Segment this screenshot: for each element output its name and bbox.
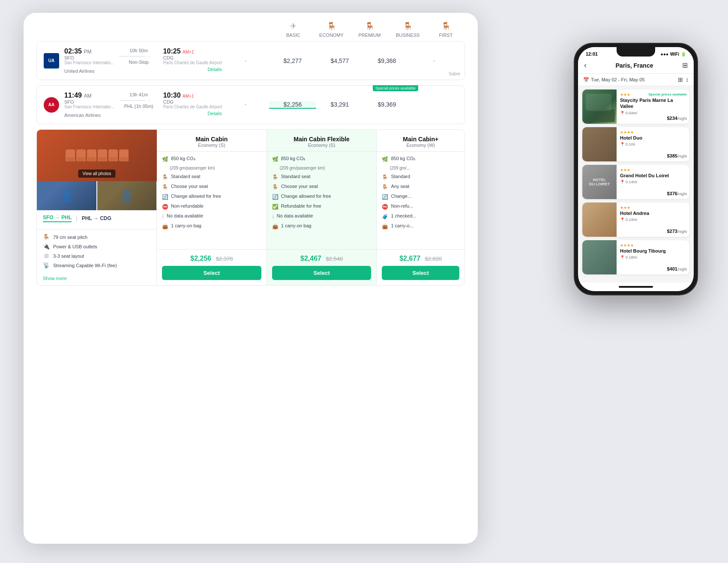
american-logo: AA [44, 97, 59, 113]
hotel-dist: 📍0.04mi [620, 111, 686, 115]
photo-sub: 👤 👤 [37, 181, 156, 210]
details-link-american[interactable]: Details [207, 111, 222, 118]
col-first: 🪑 FIRST [427, 21, 465, 38]
cabin-footer-flexible: $2,467 $2,540 Select [267, 249, 377, 285]
sort-icon[interactable]: ↕ [686, 76, 689, 83]
hotel-price: $376/night [667, 191, 687, 196]
photo-sub-2: 👤 [97, 181, 157, 210]
status-icons: ●●● WiFi 🔋 [661, 52, 686, 57]
detail-panel: View all photos 👤 👤 SFO → PHL | [36, 129, 465, 286]
price-cells-american: - $2,256 $3,291 $9,369 [222, 101, 458, 109]
list-item[interactable]: ★★★★ Hotel Bourg Tibourg 📍0.18mi $401/ni… [582, 240, 689, 274]
list-item[interactable]: ★★★★ Hotel Duo 📍0.1mi $385/night [582, 127, 689, 161]
hotel-info: ★★★ Special prices available Staycity Pa… [617, 89, 689, 124]
hotel-price: $385/night [667, 153, 687, 158]
hotel-stars: ★★★★ [620, 130, 686, 134]
hotel-name: Staycity Paris Marne La Vallee [620, 97, 686, 110]
calendar-icon: 📅 [583, 77, 589, 83]
list-item[interactable]: HOTELDU LOIRET ★★★ Grand Hotel Du Loiret… [582, 165, 689, 199]
hotel-thumb: HOTELDU LOIRET [582, 165, 617, 199]
home-bar [578, 283, 694, 291]
hotel-thumb [582, 240, 617, 274]
special-prices-badge: Special prices available [373, 85, 418, 91]
hotel-thumb [582, 203, 617, 237]
hotel-info: ★★★ Grand Hotel Du Loiret 📍0.14mi $376/n… [617, 165, 689, 199]
filter-bar: 📅 Tue, May 02 - Fri, May 05 ⊞ ↕ [578, 74, 694, 86]
flight-row-united: UA 02:35 PM SFO San Francisco Internatio… [36, 41, 465, 80]
details-link-united[interactable]: Details [207, 67, 222, 74]
select-flexible-btn[interactable]: Select [272, 266, 371, 280]
hotel-list: ★★★ Special prices available Staycity Pa… [578, 86, 694, 283]
cabin-options: Main Cabin Economy (S) 🌿850 kg CO₂ (209 … [157, 130, 464, 285]
cabin-features-main: 🌿850 kg CO₂ (209 gm/passenger km) 🪑Stand… [157, 152, 267, 249]
column-headers: ✈ BASIC 🪑 ECONOMY 🪑 PREMIUM 🪑 BUSINESS 🪑… [274, 21, 465, 38]
hotel-name: Hotel Bourg Tibourg [620, 248, 686, 254]
hotel-dist: 📍0.14mi [620, 180, 686, 184]
special-price-badge: Special prices available [648, 92, 687, 96]
map-icon[interactable]: ⊞ [682, 61, 688, 69]
hotel-stars: ★★★★ [620, 243, 686, 247]
hotel-info: ★★★★ Hotel Duo 📍0.1mi $385/night [617, 127, 689, 161]
hotel-thumb [582, 89, 617, 124]
phone-screen: 12:01 ●●● WiFi 🔋 ‹ Paris, France ⊞ 📅 Tue… [578, 47, 694, 291]
status-time: 12:01 [586, 51, 598, 57]
cabin-col-flexible: Main Cabin Flexible Economy (S) 🌿850 kg … [267, 130, 377, 285]
amenity-seat-layout: ⊞ 3-3 seat layout [43, 253, 150, 259]
select-main-cabin-btn[interactable]: Select [162, 266, 261, 280]
sabre-badge: Sabre [449, 71, 460, 76]
hotel-price: $273/night [667, 229, 687, 234]
cabin-footer-plus: $2,677 $2,820 Select [377, 249, 464, 285]
list-item[interactable]: ★★★ Special prices available Staycity Pa… [582, 89, 689, 124]
phone: 12:01 ●●● WiFi 🔋 ‹ Paris, France ⊞ 📅 Tue… [574, 43, 698, 295]
cabin-footer-main: $2,256 $2,378 Select [157, 249, 267, 285]
route-segment-2[interactable]: PHL → CDG [82, 215, 111, 221]
show-more-link[interactable]: Show more [37, 276, 156, 285]
amenity-list: 🪑 79 cm seat pitch 🔌 Power & USB outlets… [37, 229, 156, 276]
back-button[interactable]: ‹ [584, 61, 587, 70]
hotel-info: ★★★ Hotel Andrea 📍0.14mi $273/night [617, 203, 689, 237]
cabin-features-flexible: 🌿850 kg CO₂ (209 gm/passenger km) 🪑Stand… [267, 152, 377, 249]
cabin-features-plus: 🌿850 kg CO₂ (209 gm/... 🪑Standard 🪑Any s… [377, 152, 464, 249]
amenity-power: 🔌 Power & USB outlets [43, 243, 150, 250]
united-logo: UA [44, 53, 59, 69]
phone-notch [617, 47, 655, 57]
hotel-name: Hotel Duo [620, 135, 686, 141]
cabin-header-main: Main Cabin Economy (S) [157, 130, 267, 152]
hotel-thumb [582, 127, 617, 161]
photo-main: View all photos [37, 130, 157, 181]
cabin-header-flexible: Main Cabin Flexible Economy (S) [267, 130, 377, 152]
list-item[interactable]: ★★★ Hotel Andrea 📍0.14mi $273/night [582, 203, 689, 237]
col-economy: 🪑 ECONOMY [312, 21, 351, 38]
hotel-name: Hotel Andrea [620, 210, 686, 216]
filter-icons: ⊞ ↕ [678, 76, 689, 83]
route-segment-1[interactable]: SFO → PHL [43, 214, 72, 222]
col-business: 🪑 BUSINESS [389, 21, 427, 38]
detail-left: View all photos 👤 👤 SFO → PHL | [37, 130, 157, 285]
filter-funnel-icon[interactable]: ⊞ [678, 76, 683, 83]
cabin-col-main: Main Cabin Economy (S) 🌿850 kg CO₂ (209 … [157, 130, 267, 285]
flight-row-american: Special prices available AA 11:49 AM SFO… [36, 85, 465, 124]
hotel-name: Grand Hotel Du Loiret [620, 173, 686, 179]
select-plus-btn[interactable]: Select [382, 266, 459, 280]
hotel-info: ★★★★ Hotel Bourg Tibourg 📍0.18mi $401/ni… [617, 240, 689, 274]
filter-date: 📅 Tue, May 02 - Fri, May 05 [583, 77, 645, 83]
cabin-photos: View all photos 👤 👤 [37, 130, 156, 210]
hotel-price: $401/night [667, 266, 687, 271]
hotel-price: $234/night [667, 116, 687, 121]
route-info: SFO → PHL | PHL → CDG [37, 210, 156, 229]
cabin-header-plus: Main Cabin+ Economy (W) [377, 130, 464, 152]
hotel-stars: ★★★ [620, 206, 686, 210]
home-indicator [619, 286, 653, 288]
phone-title: Paris, France [590, 62, 679, 69]
col-premium: 🪑 PREMIUM [351, 21, 389, 38]
phone-header: ‹ Paris, France ⊞ [578, 58, 694, 74]
hotel-dist: 📍0.14mi [620, 217, 686, 222]
hotel-dist: 📍0.18mi [620, 255, 686, 259]
hotel-stars: ★★★ [620, 168, 686, 172]
price-cells-united: - $2,277 $4,577 $9,368 - [222, 57, 458, 64]
amenity-seat-pitch: 🪑 79 cm seat pitch [43, 234, 150, 240]
tablet: ✈ BASIC 🪑 ECONOMY 🪑 PREMIUM 🪑 BUSINESS 🪑… [24, 13, 478, 544]
hotel-dist: 📍0.1mi [620, 142, 686, 146]
view-all-photos-btn[interactable]: View all photos [78, 170, 115, 178]
photo-sub-1: 👤 [37, 181, 96, 210]
